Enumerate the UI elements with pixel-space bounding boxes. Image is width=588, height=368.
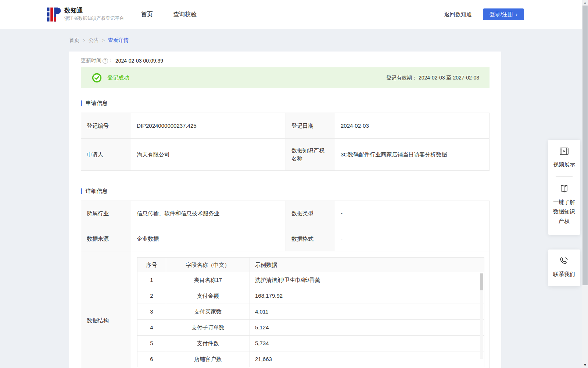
phone-icon <box>559 256 569 266</box>
detail-info-title-text: 详细信息 <box>86 188 108 195</box>
login-register-button[interactable]: 登录/注册 › <box>483 8 524 20</box>
cell-field: 支付金额 <box>166 288 250 304</box>
inner-table-scrollbar[interactable] <box>480 273 483 359</box>
data-structure-label: 数据结构 <box>81 251 131 368</box>
industry-value: 信息传输、软件和信息技术服务业 <box>131 201 286 226</box>
cell-seq: 1 <box>137 272 166 288</box>
back-to-shuzhitong-link[interactable]: 返回数知通 <box>444 11 472 18</box>
detail-info-section-title: 详细信息 <box>81 188 490 195</box>
data-source-label: 数据来源 <box>81 226 131 251</box>
help-icon[interactable]: ? <box>103 58 108 64</box>
widget-divider <box>556 176 573 177</box>
top-header: 数知通 浙江省数据知识产权登记平台 首页 查询校验 返回数知通 登录/注册 › <box>0 0 588 29</box>
applicant-value: 淘天有限公司 <box>131 139 286 171</box>
scrollbar-down-arrow-icon[interactable]: ▼ <box>582 363 588 367</box>
apply-info-title-text: 申请信息 <box>86 100 108 107</box>
logo-icon <box>47 6 61 22</box>
cell-field: 店铺客户数 <box>166 351 250 367</box>
data-type-label: 数据类型 <box>286 201 335 226</box>
update-time-colon: ： <box>108 57 113 64</box>
detail-info-table: 所属行业 信息传输、软件和信息技术服务业 数据类型 - 数据来源 企业数据 数据… <box>81 201 490 368</box>
inner-scrollbar-thumb[interactable] <box>480 273 483 290</box>
data-structure-cell: 序号 字段名称（中文） 示例数据 1 类目名称17 洗护清洁剂/卫生巾/纸/香薰… <box>131 251 490 368</box>
cell-sample: 4,011 <box>250 304 484 320</box>
data-source-value: 企业数据 <box>131 226 286 251</box>
video-widget[interactable]: 视频展示 <box>548 146 580 169</box>
scrollbar-up-arrow-icon[interactable]: ▲ <box>582 1 588 4</box>
cell-seq: 5 <box>137 336 166 351</box>
cell-sample: 5,124 <box>250 320 484 336</box>
header-right: 返回数知通 登录/注册 › <box>444 8 524 20</box>
cell-field: 支付件数 <box>166 336 250 351</box>
reg-date-value: 2024-02-03 <box>335 113 490 139</box>
detail-card: 更新时间 ? ： 2024-02-03 00:09:39 登记成功 登记有效期：… <box>69 52 501 368</box>
reg-date-label: 登记日期 <box>286 113 335 139</box>
logo-text: 数知通 浙江省数据知识产权登记平台 <box>64 7 124 22</box>
guide-widget-line: 一键了解 <box>548 197 580 207</box>
chevron-right-icon: › <box>516 11 517 17</box>
table-row: 6 店铺客户数 21,663 <box>137 351 484 367</box>
table-row: 3 支付买家数 4,011 <box>137 304 484 320</box>
site-title: 数知通 <box>64 7 124 14</box>
apply-info-table: 登记编号 DIP2024000000237.425 登记日期 2024-02-0… <box>81 113 490 171</box>
table-row: 所属行业 信息传输、软件和信息技术服务业 数据类型 - <box>81 201 490 226</box>
reg-number-value: DIP2024000000237.425 <box>131 113 286 139</box>
guide-widget[interactable]: 一键了解 数据知识 产权 <box>548 184 580 226</box>
validity-period: 登记有效期： 2024-02-03 至 2027-02-03 <box>386 75 479 81</box>
industry-label: 所属行业 <box>81 201 131 226</box>
cell-field: 支付买家数 <box>166 304 250 320</box>
breadcrumb-home[interactable]: 首页 <box>69 37 79 44</box>
table-row: 4 支付子订单数 5,124 <box>137 320 484 336</box>
col-header-field-name: 字段名称（中文） <box>166 258 250 272</box>
validity-label: 登记有效期： <box>386 75 417 81</box>
table-row: 申请人 淘天有限公司 数据知识产权名称 3C数码配件行业商家店铺当日访客分析数据 <box>81 139 490 171</box>
col-header-seq: 序号 <box>137 258 166 272</box>
cell-sample: 21,663 <box>250 351 484 367</box>
structure-table-wrap: 序号 字段名称（中文） 示例数据 1 类目名称17 洗护清洁剂/卫生巾/纸/香薰… <box>137 257 484 367</box>
breadcrumb-announcement[interactable]: 公告 <box>89 37 99 44</box>
page-scrollbar[interactable]: ▲ ▼ <box>582 0 588 368</box>
check-circle-icon <box>92 73 102 83</box>
applicant-label: 申请人 <box>81 139 131 171</box>
book-icon <box>559 184 569 194</box>
nav-item-query-verify[interactable]: 查询校验 <box>173 8 197 21</box>
login-register-label: 登录/注册 <box>490 11 513 18</box>
table-header-row: 序号 字段名称（中文） 示例数据 <box>137 258 484 272</box>
apply-info-section-title: 申请信息 <box>81 100 490 107</box>
cell-field: 类目名称17 <box>166 272 250 288</box>
cell-seq: 6 <box>137 351 166 367</box>
registration-success-banner: 登记成功 登记有效期： 2024-02-03 至 2027-02-03 <box>81 67 490 88</box>
scrollbar-thumb[interactable] <box>582 6 588 285</box>
nav-item-home[interactable]: 首页 <box>141 8 153 21</box>
data-type-value: - <box>335 201 490 226</box>
dip-name-value: 3C数码配件行业商家店铺当日访客分析数据 <box>335 139 490 171</box>
contact-widget-label: 联系我们 <box>548 269 580 279</box>
contact-widget[interactable]: 联系我们 <box>548 250 580 286</box>
cell-sample: 168,179.92 <box>250 288 484 304</box>
cell-sample: 5,734 <box>250 336 484 351</box>
table-row: 1 类目名称17 洗护清洁剂/卫生巾/纸/香薰 <box>137 272 484 288</box>
data-format-value: - <box>335 226 490 251</box>
data-format-label: 数据格式 <box>286 226 335 251</box>
breadcrumb-current: 查看详情 <box>108 37 129 44</box>
video-icon <box>559 146 569 156</box>
col-header-sample-data: 示例数据 <box>250 258 484 272</box>
guide-widget-line: 数据知识 <box>548 207 580 216</box>
cell-sample: 洗护清洁剂/卫生巾/纸/香薰 <box>250 272 484 288</box>
site-subtitle: 浙江省数据知识产权登记平台 <box>64 15 124 22</box>
breadcrumb-separator-icon: > <box>83 38 85 43</box>
logo[interactable]: 数知通 浙江省数据知识产权登记平台 <box>47 6 124 22</box>
table-row: 数据来源 企业数据 数据格式 - <box>81 226 490 251</box>
side-widget-panel: 视频展示 一键了解 数据知识 产权 <box>548 140 580 235</box>
update-time-label: 更新时间 <box>81 57 101 64</box>
guide-widget-line: 产权 <box>548 216 580 226</box>
table-row: 5 支付件数 5,734 <box>137 336 484 351</box>
update-time-value: 2024-02-03 00:09:39 <box>115 58 163 64</box>
main-nav: 首页 查询校验 <box>141 8 197 21</box>
validity-value: 2024-02-03 至 2027-02-03 <box>419 75 479 81</box>
table-row: 2 支付金额 168,179.92 <box>137 288 484 304</box>
video-widget-label: 视频展示 <box>548 160 580 169</box>
status-text: 登记成功 <box>107 74 129 81</box>
update-time-row: 更新时间 ? ： 2024-02-03 00:09:39 <box>81 52 490 63</box>
table-row: 数据结构 序号 字段名称（中文） 示例数据 1 类目名称17 洗护清洁剂/ <box>81 251 490 368</box>
